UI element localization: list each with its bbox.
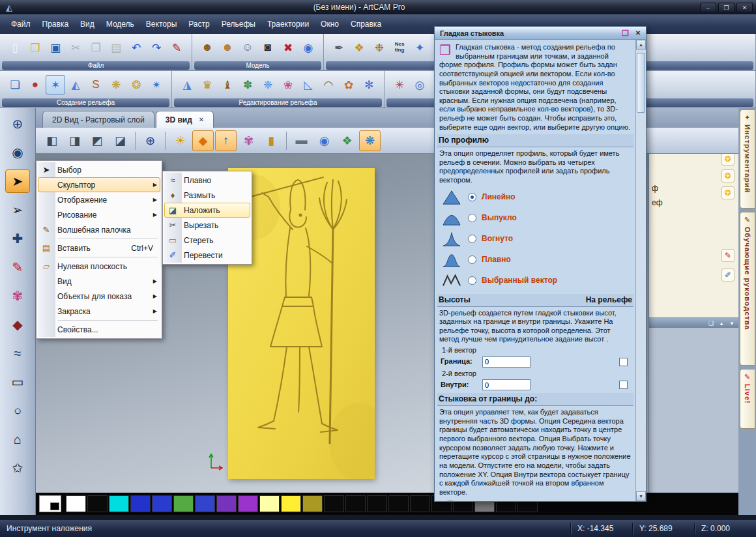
shape-editor-icon[interactable]: ❏: [5, 75, 25, 94]
color-swatch[interactable]: [87, 495, 108, 512]
color-swatch[interactable]: [66, 495, 86, 512]
help-book-icon[interactable]: ❒: [622, 29, 629, 38]
profile-option[interactable]: Выбранный вектор: [439, 270, 632, 291]
menu-item-нулевая-плоскость[interactable]: ▱Нулевая плоскость: [38, 259, 160, 274]
sculpt-pencil-icon[interactable]: ✎: [5, 255, 30, 279]
plane-view-icon[interactable]: ▬: [291, 130, 312, 151]
paint-tool-icon[interactable]: ✾: [5, 284, 30, 308]
palette-selector[interactable]: [39, 495, 61, 512]
menu-item[interactable]: Правка: [36, 17, 75, 31]
color-swatch[interactable]: [388, 495, 409, 512]
profile-option[interactable]: Линейно: [439, 187, 632, 208]
color-swatch[interactable]: [281, 495, 301, 512]
scale-relief-icon[interactable]: ✽: [238, 75, 257, 94]
blend-radio[interactable]: [446, 500, 454, 501]
undo-icon[interactable]: ↶: [126, 38, 146, 57]
extrude-icon[interactable]: ◭: [66, 75, 85, 94]
hint-bulb-icon[interactable]: ❂: [721, 169, 734, 182]
menu-item-выбор[interactable]: ➤Выбор: [38, 162, 160, 177]
emboss-icon[interactable]: ❂: [126, 75, 146, 94]
color-swatch[interactable]: [173, 495, 194, 512]
pick-tool-icon[interactable]: ➢: [5, 198, 30, 222]
zoom-view-icon[interactable]: ⊕: [139, 130, 161, 151]
blend-option[interactable]: В середине вектора границы: [446, 499, 632, 501]
menu-item[interactable]: Окно: [315, 17, 345, 31]
profile-radio[interactable]: [468, 193, 476, 201]
border-checkbox[interactable]: [619, 358, 628, 366]
edit-page-icon[interactable]: ✒: [329, 38, 349, 57]
color-swatch[interactable]: [345, 495, 366, 512]
z-axis-icon[interactable]: ↑: [215, 130, 237, 151]
envelope-icon[interactable]: ◺: [298, 75, 318, 94]
vector-doctor-icon[interactable]: ✦: [410, 38, 429, 57]
profile-option[interactable]: Выпукло: [439, 208, 632, 229]
paste-icon[interactable]: ▤: [106, 38, 126, 57]
minimize-button[interactable]: –: [700, 3, 716, 12]
menu-item-вырезать[interactable]: ✂Вырезать: [164, 218, 250, 233]
shade-icon[interactable]: ❖: [336, 130, 358, 151]
vector-star-icon[interactable]: ✳: [390, 75, 409, 94]
menu-item-свойства-[interactable]: Свойства...: [38, 322, 160, 337]
menu-item[interactable]: Справка: [345, 17, 387, 31]
relief-sample-icon[interactable]: ☻: [197, 38, 217, 57]
tab-live[interactable]: ✎Live!: [740, 369, 755, 429]
color-swatch[interactable]: [302, 495, 323, 512]
color-swatch[interactable]: [152, 495, 172, 512]
hint-bulb-icon[interactable]: ❂: [721, 186, 734, 199]
iso-view-icon[interactable]: ◧: [41, 130, 63, 151]
material-icon[interactable]: ▮: [261, 130, 282, 151]
stamp-relief-icon[interactable]: ❀: [278, 75, 298, 94]
color-swatch[interactable]: [410, 495, 430, 512]
tab-close-icon[interactable]: ✕: [199, 116, 204, 123]
tab-tutorials[interactable]: ✎Обучающие руководства: [740, 212, 755, 366]
tab-3d-view[interactable]: 3D вид✕: [156, 111, 214, 128]
select-tool-icon[interactable]: ➤: [5, 169, 30, 193]
dock-icon[interactable]: ❏: [707, 320, 715, 327]
color-swatch[interactable]: [216, 495, 237, 512]
top-view-icon[interactable]: ◪: [109, 130, 131, 151]
circle-tool-icon[interactable]: ○: [5, 399, 30, 422]
menu-item[interactable]: Векторы: [140, 17, 182, 31]
menu-item-наложить[interactable]: ◪Наложить: [164, 203, 250, 218]
stamp-gold-icon[interactable]: ❖: [349, 38, 369, 57]
dialog-title-bar[interactable]: Гладкая стыковка ❒ ✕: [435, 27, 646, 40]
new-model-icon[interactable]: ▯: [5, 38, 25, 57]
wave-relief-icon[interactable]: ◠: [319, 75, 338, 94]
zoom-tool-icon[interactable]: ⊕: [5, 112, 30, 136]
profile-radio[interactable]: [468, 235, 476, 243]
color-swatch[interactable]: [324, 495, 344, 512]
menu-item[interactable]: Растр: [182, 17, 215, 31]
scrollbar-thumb[interactable]: [637, 53, 645, 113]
weave-icon[interactable]: ❋: [106, 75, 126, 94]
red-curve-icon[interactable]: ✎: [721, 249, 734, 262]
hint-bulb-icon[interactable]: ❂: [721, 152, 734, 166]
menu-item-рисование[interactable]: Рисование▶: [38, 207, 160, 222]
save-model-icon[interactable]: ▣: [46, 38, 65, 57]
scroll-up-icon[interactable]: ▲: [636, 40, 646, 50]
stamp-pair-icon[interactable]: ❉: [370, 38, 389, 57]
greyscale-view-icon[interactable]: ☺: [238, 38, 257, 57]
dialog-scrollbar[interactable]: ▲ ▼: [635, 40, 646, 501]
maximize-button[interactable]: ❐: [718, 3, 734, 12]
pan-globe-icon[interactable]: ◉: [5, 141, 30, 164]
nesting-icon[interactable]: Nes ting: [390, 38, 409, 57]
front-view-icon[interactable]: ◨: [64, 130, 85, 151]
scrollbar-track[interactable]: [636, 50, 646, 491]
smooth-blend-tool-icon[interactable]: ✶: [46, 75, 65, 94]
mirror-relief-icon[interactable]: ♝: [218, 75, 237, 94]
tab-2d-view[interactable]: 2D Вид - Растровый слой: [42, 111, 154, 128]
texture-relief-icon[interactable]: ✴: [147, 75, 166, 94]
dialog-close-icon[interactable]: ✕: [633, 29, 643, 36]
pyramid-icon[interactable]: ◮: [177, 75, 197, 94]
relief-sample-2-icon[interactable]: ☻: [218, 38, 237, 57]
vector-circle-icon[interactable]: ◎: [410, 75, 429, 94]
menu-item-отображение[interactable]: Отображение▶: [38, 192, 160, 207]
color-swatch[interactable]: [195, 495, 215, 512]
spheres-icon[interactable]: ◉: [313, 130, 335, 151]
expand-icon[interactable]: ▾: [728, 320, 736, 327]
relief-blob-icon[interactable]: ●: [25, 75, 45, 94]
scroll-down-icon[interactable]: ▼: [636, 491, 646, 501]
paste-relief-icon[interactable]: ✿: [339, 75, 358, 94]
curve-tool-icon[interactable]: ≈: [5, 341, 30, 365]
color-swatch[interactable]: [259, 495, 280, 512]
